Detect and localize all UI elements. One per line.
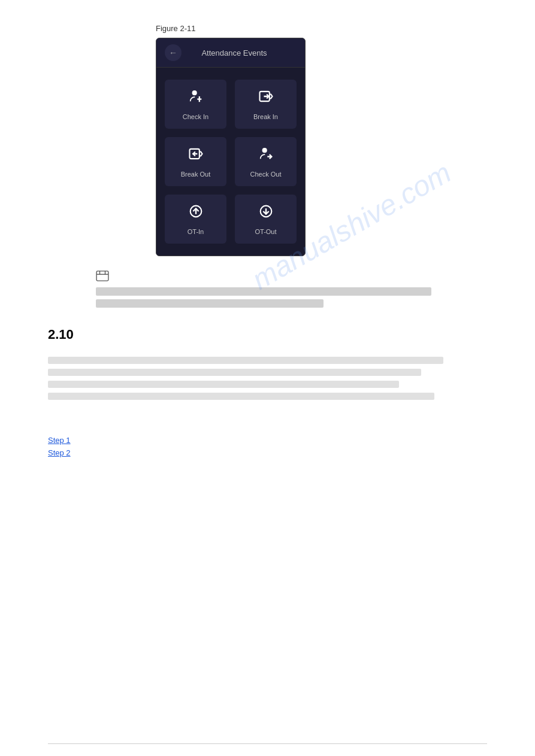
check-out-label: Check Out bbox=[250, 171, 282, 178]
ot-in-button[interactable]: OT-In bbox=[165, 195, 226, 244]
content-bar bbox=[48, 393, 434, 400]
svg-point-7 bbox=[262, 148, 267, 153]
check-in-button[interactable]: Check In bbox=[165, 80, 226, 129]
device-wrapper: ← Attendance Events bbox=[156, 38, 487, 256]
break-out-label: Break Out bbox=[181, 171, 211, 178]
break-in-button[interactable]: Break In bbox=[235, 80, 297, 129]
break-out-icon bbox=[188, 145, 204, 166]
check-in-label: Check In bbox=[183, 113, 208, 120]
section-number: 2.10 bbox=[48, 327, 487, 342]
check-in-icon bbox=[188, 88, 204, 108]
content-bar bbox=[48, 381, 399, 388]
steps-section: Step 1 Step 2 bbox=[48, 436, 487, 457]
ot-out-label: OT-Out bbox=[255, 228, 276, 235]
screen-title: Attendance Events bbox=[189, 48, 280, 57]
step-1-link[interactable]: Step 1 bbox=[48, 436, 487, 445]
break-out-button[interactable]: Break Out bbox=[165, 137, 226, 186]
back-arrow-icon: ← bbox=[169, 48, 177, 57]
break-in-label: Break In bbox=[253, 113, 278, 120]
figure-label: Figure 2-11 bbox=[156, 24, 487, 33]
note-section bbox=[96, 271, 487, 308]
check-out-button[interactable]: Check Out bbox=[235, 137, 297, 186]
back-button[interactable]: ← bbox=[165, 44, 182, 61]
page-content: Figure 2-11 ← Attendance Events bbox=[0, 0, 535, 485]
step-2-link[interactable]: Step 2 bbox=[48, 448, 487, 457]
note-text-bar-2 bbox=[96, 299, 324, 308]
device-body: Check In Break In bbox=[156, 68, 305, 256]
content-bar bbox=[48, 357, 443, 364]
device-screen: ← Attendance Events bbox=[156, 38, 306, 256]
break-in-icon bbox=[258, 88, 274, 108]
buttons-grid: Check In Break In bbox=[165, 80, 297, 244]
note-text-bar-1 bbox=[96, 287, 431, 296]
note-icon bbox=[96, 271, 109, 284]
check-out-icon bbox=[258, 145, 274, 166]
bottom-divider bbox=[48, 743, 487, 744]
content-bars bbox=[48, 357, 487, 400]
ot-out-icon bbox=[258, 203, 274, 223]
ot-out-button[interactable]: OT-Out bbox=[235, 195, 297, 244]
ot-in-icon bbox=[188, 203, 204, 223]
device-header: ← Attendance Events bbox=[156, 38, 305, 68]
svg-point-0 bbox=[192, 90, 197, 95]
svg-rect-13 bbox=[96, 271, 108, 281]
ot-in-label: OT-In bbox=[188, 228, 204, 235]
content-bar bbox=[48, 369, 421, 376]
